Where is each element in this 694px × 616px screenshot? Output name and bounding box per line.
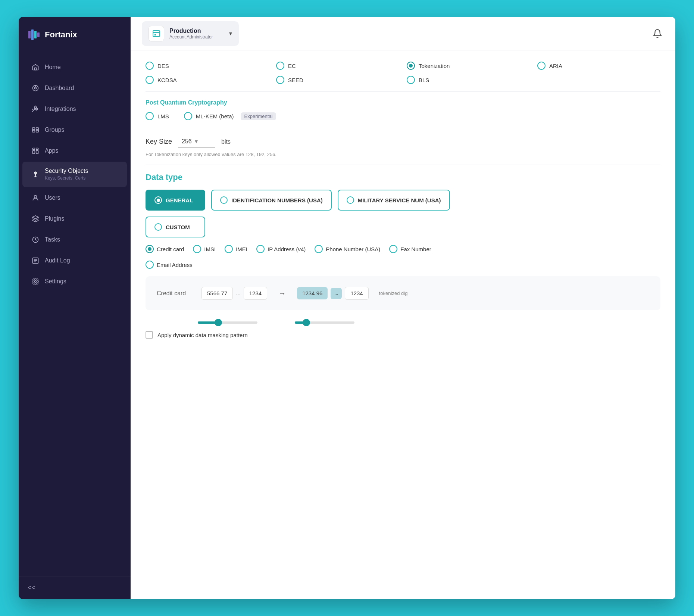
svg-rect-0: [28, 31, 31, 38]
slider-1-fill: [198, 321, 216, 324]
data-type-military-label: MILITARY SERVICE NUM (USA): [358, 197, 441, 203]
radio-credit-card: [146, 245, 154, 253]
content-area: DES EC Tokenization ARIA KCDSA: [131, 50, 675, 599]
algo-kcdsa[interactable]: KCDSA: [146, 76, 269, 84]
data-type-general[interactable]: GENERAL: [146, 190, 205, 211]
account-selector[interactable]: Production Account Administrator ▾: [142, 21, 239, 46]
data-type-military[interactable]: MILITARY SERVICE NUM (USA): [338, 190, 450, 211]
dashboard-icon: [31, 84, 40, 92]
svg-rect-13: [33, 148, 35, 150]
sub-credit-card[interactable]: Credit card: [146, 245, 184, 253]
sidebar-item-groups[interactable]: Groups: [22, 120, 127, 140]
radio-kcdsa: [146, 76, 154, 84]
sidebar-item-security-objects-sub: Keys, Secrets, Certs: [45, 175, 85, 181]
algo-ml-kem[interactable]: ML-KEM (beta) Experimental: [184, 112, 276, 120]
key-size-select[interactable]: 256 ▾: [178, 136, 215, 148]
sidebar-item-dashboard[interactable]: Dashboard: [22, 78, 127, 98]
sub-options-row: Credit card IMSI IMEI IP Address (v4): [146, 245, 660, 253]
algo-bls-label: BLS: [419, 77, 429, 83]
svg-rect-10: [36, 128, 39, 130]
algo-bls[interactable]: BLS: [407, 76, 530, 84]
plugins-icon: [31, 215, 40, 223]
algo-aria[interactable]: ARIA: [537, 62, 660, 70]
main-area: Production Account Administrator ▾ DES: [131, 17, 675, 599]
sub-imsi[interactable]: IMSI: [193, 245, 216, 253]
sidebar-item-apps-label: Apps: [45, 147, 58, 154]
key-size-section: Key Size 256 ▾ bits For Tokenization key…: [146, 136, 660, 157]
masking-checkbox[interactable]: [146, 331, 153, 339]
data-type-section: Data type GENERAL IDENTIFICATION NUMBERS…: [146, 172, 660, 339]
collapse-button[interactable]: <<: [28, 584, 35, 591]
radio-lms: [146, 112, 154, 120]
sidebar-item-settings[interactable]: Settings: [22, 271, 127, 292]
svg-rect-4: [35, 68, 37, 70]
sub-imsi-label: IMSI: [204, 246, 216, 252]
sidebar-item-apps[interactable]: Apps: [22, 141, 127, 161]
radio-ip-address: [256, 245, 265, 253]
sub-email-address[interactable]: Email Address: [146, 261, 660, 269]
svg-rect-1: [31, 29, 34, 40]
cc-preview-label: Credit card: [157, 290, 194, 297]
sub-fax-number[interactable]: Fax Number: [389, 245, 431, 253]
sidebar-item-home[interactable]: Home: [22, 57, 127, 77]
algo-des[interactable]: DES: [146, 62, 269, 70]
account-icon: [149, 26, 164, 41]
sub-imei-label: IMEI: [236, 246, 247, 252]
svg-rect-9: [32, 128, 35, 130]
algo-ec[interactable]: EC: [276, 62, 399, 70]
sidebar-logo: Fortanix: [19, 17, 131, 53]
sub-phone-number-label: Phone Number (USA): [326, 246, 380, 252]
algo-kcdsa-label: KCDSA: [157, 77, 177, 83]
slider-1-container: [198, 318, 257, 324]
algo-ec-label: EC: [288, 63, 296, 69]
sidebar-item-integrations[interactable]: Integrations: [22, 99, 127, 119]
data-type-identification[interactable]: IDENTIFICATION NUMBERS (USA): [211, 190, 332, 211]
slider-1-thumb[interactable]: [215, 319, 222, 326]
sub-phone-number[interactable]: Phone Number (USA): [315, 245, 380, 253]
data-type-identification-label: IDENTIFICATION NUMBERS (USA): [231, 197, 323, 203]
integrations-icon: [31, 105, 40, 113]
slider-2-thumb[interactable]: [303, 319, 310, 326]
radio-imei: [225, 245, 233, 253]
svg-rect-16: [36, 150, 38, 153]
sidebar-item-security-objects[interactable]: Security Objects Keys, Secrets, Certs: [22, 162, 127, 187]
algo-ml-kem-label: ML-KEM (beta): [196, 113, 234, 119]
svg-rect-14: [36, 148, 38, 150]
notification-bell-icon[interactable]: [651, 27, 664, 40]
sidebar-footer: <<: [19, 576, 131, 599]
data-type-custom[interactable]: CUSTOM: [146, 217, 205, 237]
divider-3: [146, 165, 660, 165]
sidebar-item-home-label: Home: [45, 64, 61, 71]
groups-icon: [31, 126, 40, 134]
sidebar-item-plugins[interactable]: Plugins: [22, 209, 127, 229]
key-size-chevron-icon: ▾: [195, 138, 198, 145]
sub-ip-address-label: IP Address (v4): [268, 246, 306, 252]
sidebar-item-tasks[interactable]: Tasks: [22, 230, 127, 250]
svg-point-25: [35, 281, 37, 283]
radio-military: [347, 196, 354, 204]
data-type-options: GENERAL IDENTIFICATION NUMBERS (USA) MIL…: [146, 190, 660, 211]
svg-point-19: [34, 195, 37, 198]
account-name: Production: [169, 28, 224, 34]
svg-point-6: [35, 87, 37, 89]
cc-tok-seg-1: 1234 96: [297, 287, 328, 299]
sidebar-item-integrations-label: Integrations: [45, 106, 76, 112]
algo-lms[interactable]: LMS: [146, 112, 169, 120]
algo-seed[interactable]: SEED: [276, 76, 399, 84]
svg-point-18: [35, 172, 36, 174]
algo-seed-label: SEED: [288, 77, 303, 83]
algo-tokenization[interactable]: Tokenization: [407, 62, 530, 70]
sidebar-item-users[interactable]: Users: [22, 188, 127, 208]
sidebar-item-audit-log[interactable]: Audit Log: [22, 251, 127, 271]
key-size-label: Key Size: [146, 138, 172, 146]
sub-credit-card-label: Credit card: [157, 246, 184, 252]
sub-imei[interactable]: IMEI: [225, 245, 247, 253]
data-type-title: Data type: [146, 172, 660, 182]
sub-ip-address[interactable]: IP Address (v4): [256, 245, 306, 253]
sidebar-item-tasks-label: Tasks: [45, 236, 60, 243]
post-quantum-title: Post Quantum Cryptography: [146, 99, 660, 106]
radio-imsi: [193, 245, 201, 253]
fortanix-logo-icon: [28, 28, 41, 41]
radio-bls: [407, 76, 415, 84]
radio-custom: [154, 223, 162, 231]
